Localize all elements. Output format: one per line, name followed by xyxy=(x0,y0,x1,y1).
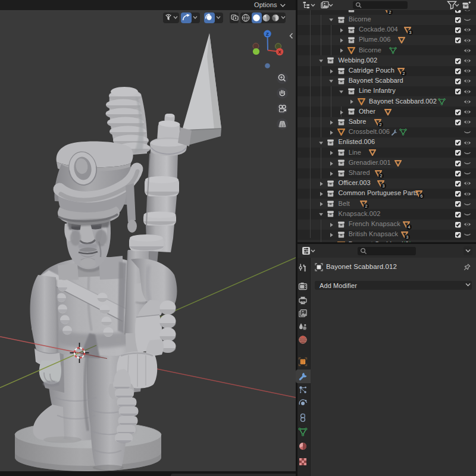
svg-text:X: X xyxy=(278,49,281,55)
svg-text:Z: Z xyxy=(266,32,269,37)
